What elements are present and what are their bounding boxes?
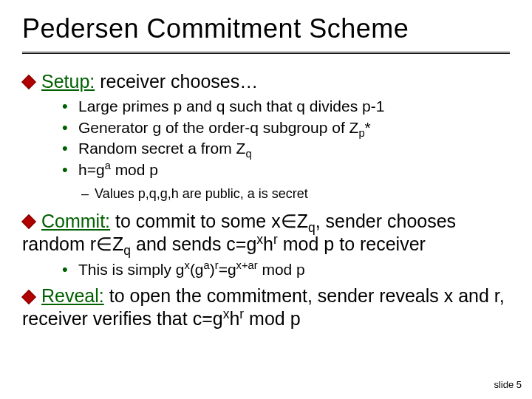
section-commit: Commit: to commit to some x∈Zq, sender c… xyxy=(22,210,510,256)
list-item: Values p,q,g,h are public, a is secret xyxy=(81,185,510,202)
text: * xyxy=(365,119,371,136)
commit-label: Commit: xyxy=(41,211,110,231)
superscript: x xyxy=(256,232,263,247)
element-of-icon: ∈ xyxy=(96,233,112,254)
text: (g xyxy=(190,261,204,278)
slide-title: Pedersen Commitment Scheme xyxy=(22,13,510,44)
list-item: Random secret a from Zq xyxy=(62,138,510,160)
reveal-label: Reveal: xyxy=(41,285,104,306)
text: mod p xyxy=(258,261,305,278)
setup-note-list: Values p,q,g,h are public, a is secret xyxy=(81,185,510,202)
element-of-icon: ∈ xyxy=(281,211,297,231)
text: =g xyxy=(219,261,236,278)
subscript: q xyxy=(245,149,251,160)
setup-bullets: Large primes p and q such that q divides… xyxy=(62,96,510,180)
text: Values p,q,g,h are public, a is secret xyxy=(95,186,308,201)
text: Z xyxy=(297,211,308,231)
subscript: q xyxy=(123,243,131,258)
text: h=g xyxy=(78,161,105,178)
text: and sends c=g xyxy=(131,233,256,254)
text: h xyxy=(229,308,239,329)
slide: Pedersen Commitment Scheme Setup: receiv… xyxy=(0,0,532,399)
superscript: a xyxy=(105,160,111,171)
commit-bullets: This is simply gx(ga)r=gx+ar mod p xyxy=(62,259,510,281)
diamond-icon xyxy=(21,290,36,304)
text: mod p xyxy=(244,308,300,329)
text: mod p to receiver xyxy=(278,233,426,254)
superscript: x xyxy=(185,259,190,271)
section-setup: Setup: receiver chooses… xyxy=(22,70,510,93)
list-item: Generator g of the order-q subgroup of Z… xyxy=(62,117,510,139)
subscript: p xyxy=(358,127,364,139)
text: ) xyxy=(210,261,215,278)
title-rule xyxy=(22,52,510,54)
setup-text: receiver chooses… xyxy=(95,71,258,92)
superscript: a xyxy=(204,259,210,271)
text: This is simply g xyxy=(78,261,185,278)
text: Generator g of the order-q subgroup of Z xyxy=(78,119,358,136)
diamond-icon xyxy=(21,215,36,230)
slide-number: slide 5 xyxy=(494,379,522,390)
list-item: Large primes p and q such that q divides… xyxy=(62,96,510,117)
text: Z xyxy=(112,233,123,254)
text: Large primes p and q such that q divides… xyxy=(78,98,384,115)
text: to commit to some x xyxy=(110,211,281,231)
setup-label: Setup: xyxy=(41,71,95,92)
superscript: x+ar xyxy=(236,259,258,271)
list-item: h=ga mod p xyxy=(62,160,510,181)
text: mod p xyxy=(111,161,158,178)
diamond-icon xyxy=(21,75,36,89)
text: h xyxy=(263,233,273,254)
text: Random secret a from Z xyxy=(78,140,245,157)
list-item: This is simply gx(ga)r=gx+ar mod p xyxy=(62,259,510,281)
section-reveal: Reveal: to open the commitment, sender r… xyxy=(22,284,510,331)
